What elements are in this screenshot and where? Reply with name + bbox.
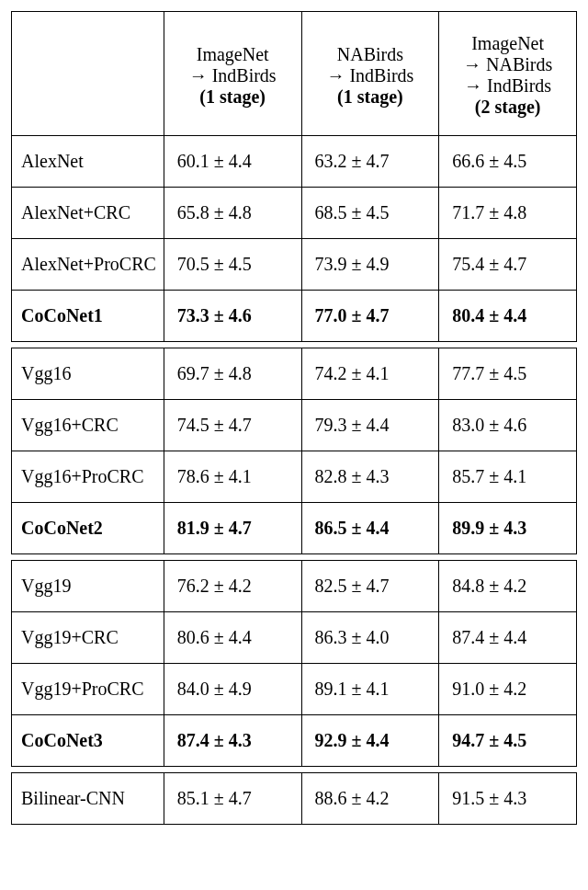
value-cell: 79.3 ± 4.4 [301, 400, 439, 451]
value-cell: 82.8 ± 4.3 [301, 451, 439, 503]
value-cell: 77.7 ± 4.5 [439, 348, 577, 400]
value-cell: 91.5 ± 4.3 [439, 773, 577, 825]
table-row: AlexNet+CRC65.8 ± 4.868.5 ± 4.571.7 ± 4.… [12, 188, 577, 239]
value-cell: 86.5 ± 4.4 [301, 503, 439, 554]
method-cell: Vgg19+ProCRC [12, 664, 164, 715]
value-cell: 60.1 ± 4.4 [164, 136, 301, 188]
value-cell: 81.9 ± 4.7 [164, 503, 301, 554]
value-cell: 68.5 ± 4.5 [301, 188, 439, 239]
method-cell: AlexNet+CRC [12, 188, 164, 239]
table-row: CoCoNet387.4 ± 4.392.9 ± 4.494.7 ± 4.5 [12, 715, 577, 767]
table-row: AlexNet60.1 ± 4.463.2 ± 4.766.6 ± 4.5 [12, 136, 577, 188]
header-col2: NABirds → IndBirds (1 stage) [301, 12, 439, 136]
value-cell: 70.5 ± 4.5 [164, 239, 301, 291]
method-cell: AlexNet [12, 136, 164, 188]
value-cell: 77.0 ± 4.7 [301, 291, 439, 342]
value-cell: 91.0 ± 4.2 [439, 664, 577, 715]
value-cell: 86.3 ± 4.0 [301, 612, 439, 664]
value-cell: 73.3 ± 4.6 [164, 291, 301, 342]
method-cell: AlexNet+ProCRC [12, 239, 164, 291]
value-cell: 69.7 ± 4.8 [164, 348, 301, 400]
value-cell: 75.4 ± 4.7 [439, 239, 577, 291]
value-cell: 76.2 ± 4.2 [164, 561, 301, 612]
value-cell: 89.9 ± 4.3 [439, 503, 577, 554]
value-cell: 80.4 ± 4.4 [439, 291, 577, 342]
table-row: CoCoNet173.3 ± 4.677.0 ± 4.780.4 ± 4.4 [12, 291, 577, 342]
table-row: Vgg1976.2 ± 4.282.5 ± 4.784.8 ± 4.2 [12, 561, 577, 612]
group-separator [12, 554, 577, 561]
method-cell: Vgg16+ProCRC [12, 451, 164, 503]
value-cell: 85.7 ± 4.1 [439, 451, 577, 503]
group-separator [12, 342, 577, 348]
table-row: Vgg1669.7 ± 4.874.2 ± 4.177.7 ± 4.5 [12, 348, 577, 400]
header-method [12, 12, 164, 136]
value-cell: 89.1 ± 4.1 [301, 664, 439, 715]
value-cell: 74.5 ± 4.7 [164, 400, 301, 451]
table-row: Vgg16+ProCRC78.6 ± 4.182.8 ± 4.385.7 ± 4… [12, 451, 577, 503]
value-cell: 63.2 ± 4.7 [301, 136, 439, 188]
header-col1: ImageNet → IndBirds (1 stage) [164, 12, 301, 136]
method-cell: Bilinear-CNN [12, 773, 164, 825]
value-cell: 80.6 ± 4.4 [164, 612, 301, 664]
value-cell: 66.6 ± 4.5 [439, 136, 577, 188]
value-cell: 88.6 ± 4.2 [301, 773, 439, 825]
value-cell: 84.0 ± 4.9 [164, 664, 301, 715]
value-cell: 65.8 ± 4.8 [164, 188, 301, 239]
method-cell: Vgg16+CRC [12, 400, 164, 451]
method-cell: Vgg19 [12, 561, 164, 612]
method-cell: Vgg16 [12, 348, 164, 400]
table-row: Vgg19+CRC80.6 ± 4.486.3 ± 4.087.4 ± 4.4 [12, 612, 577, 664]
method-cell: CoCoNet3 [12, 715, 164, 767]
value-cell: 84.8 ± 4.2 [439, 561, 577, 612]
value-cell: 83.0 ± 4.6 [439, 400, 577, 451]
value-cell: 73.9 ± 4.9 [301, 239, 439, 291]
value-cell: 87.4 ± 4.4 [439, 612, 577, 664]
value-cell: 92.9 ± 4.4 [301, 715, 439, 767]
value-cell: 71.7 ± 4.8 [439, 188, 577, 239]
value-cell: 74.2 ± 4.1 [301, 348, 439, 400]
results-table: ImageNet → IndBirds (1 stage) NABirds → … [11, 11, 577, 825]
method-cell: CoCoNet2 [12, 503, 164, 554]
table-row: AlexNet+ProCRC70.5 ± 4.573.9 ± 4.975.4 ±… [12, 239, 577, 291]
table-row: Vgg19+ProCRC84.0 ± 4.989.1 ± 4.191.0 ± 4… [12, 664, 577, 715]
method-cell: Vgg19+CRC [12, 612, 164, 664]
value-cell: 78.6 ± 4.1 [164, 451, 301, 503]
table-row: Vgg16+CRC74.5 ± 4.779.3 ± 4.483.0 ± 4.6 [12, 400, 577, 451]
value-cell: 87.4 ± 4.3 [164, 715, 301, 767]
value-cell: 85.1 ± 4.7 [164, 773, 301, 825]
method-cell: CoCoNet1 [12, 291, 164, 342]
group-separator [12, 767, 577, 773]
header-col3: ImageNet → NABirds → IndBirds (2 stage) [439, 12, 577, 136]
value-cell: 94.7 ± 4.5 [439, 715, 577, 767]
header-row: ImageNet → IndBirds (1 stage) NABirds → … [12, 12, 577, 136]
table-row: Bilinear-CNN85.1 ± 4.788.6 ± 4.291.5 ± 4… [12, 773, 577, 825]
value-cell: 82.5 ± 4.7 [301, 561, 439, 612]
table-row: CoCoNet281.9 ± 4.786.5 ± 4.489.9 ± 4.3 [12, 503, 577, 554]
